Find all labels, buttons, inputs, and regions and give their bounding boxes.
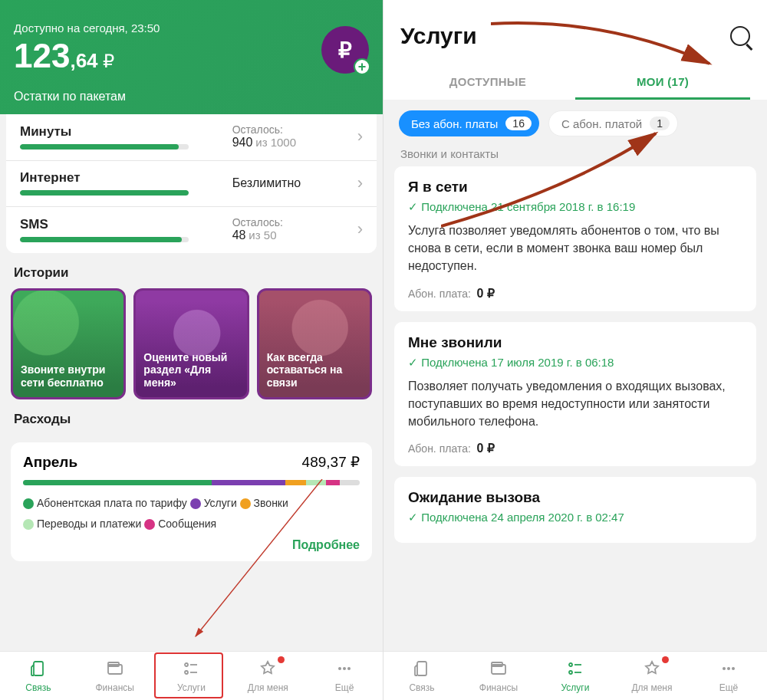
services-screen: Услуги ДОСТУПНЫЕ МОИ (17) Без абон. плат… [384, 0, 767, 700]
nav-label: Ещё [335, 682, 354, 693]
service-desc: Услуга позволяет уведомлять абонентов о … [408, 222, 742, 275]
expense-more-link[interactable]: Подробнее [23, 538, 360, 552]
svg-point-18 [723, 667, 726, 670]
expense-total: 489,37 ₽ [302, 453, 360, 471]
sim-icon [29, 659, 48, 680]
nav-label: Связь [409, 682, 434, 693]
story-card[interactable]: Звоните внутри сети бесплатно [11, 288, 126, 399]
nav-star[interactable]: Для меня [229, 652, 306, 700]
services-header: Услуги ДОСТУПНЫЕ МОИ (17) [384, 0, 767, 100]
nav-label: Услуги [561, 682, 590, 693]
service-desc: Позволяет получать уведомления о входящи… [408, 377, 742, 431]
service-name: Ожидание вызова [408, 489, 742, 506]
chip-badge: 16 [505, 117, 532, 130]
star-icon [643, 659, 661, 680]
sim-icon [413, 659, 431, 680]
package-row[interactable]: SMS Осталось:48 из 50 › [6, 206, 377, 253]
service-card[interactable]: Я в сети Подключена 21 сентября 2018 г. … [394, 166, 756, 311]
expense-month: Апрель [23, 454, 77, 471]
available-label: Доступно на сегодня, 23:50 [14, 21, 369, 35]
chip-badge: 1 [650, 117, 670, 130]
legend-label: Звонки [254, 497, 288, 509]
search-icon[interactable] [730, 26, 750, 46]
nav-sim[interactable]: Связь [384, 652, 460, 700]
chip-label: Без абон. платы [411, 117, 498, 130]
legend-label: Услуги [204, 497, 237, 509]
nav-star[interactable]: Для меня [614, 652, 690, 700]
svg-point-3 [185, 663, 188, 666]
svg-point-9 [347, 667, 351, 670]
service-fee: Абон. плата: 0 ₽ [408, 286, 742, 301]
package-row[interactable]: Интернет Безлимитно › [6, 160, 377, 206]
package-value: Осталось:48 из 50 [232, 216, 351, 242]
package-bar [20, 237, 189, 242]
more-icon [335, 659, 354, 680]
legend-label: Абонентская плата по тарифу [37, 497, 187, 509]
balance-header: Доступно на сегодня, 23:50 123 ,64 ₽ ₽ +… [0, 0, 383, 114]
nav-more[interactable]: Ещё [306, 652, 383, 700]
service-card[interactable]: Мне звонили Подключена 17 июля 2019 г. в… [394, 322, 756, 467]
service-status: Подключена 17 июля 2019 г. в 06:18 [408, 356, 742, 370]
service-name: Я в сети [408, 179, 742, 196]
package-name: Минуты [20, 124, 232, 140]
services-list: Я в сети Подключена 21 сентября 2018 г. … [384, 166, 767, 543]
tab-available[interactable]: ДОСТУПНЫЕ [400, 66, 575, 100]
svg-point-16 [569, 671, 572, 674]
story-card[interactable]: Оцените новый раздел «Для меня» [133, 288, 249, 399]
tab-mine[interactable]: МОИ (17) [575, 66, 750, 100]
home-screen: Доступно на сегодня, 23:50 123 ,64 ₽ ₽ +… [0, 0, 384, 700]
package-value: Осталось:940 из 1000 [232, 123, 351, 150]
balance-currency: ₽ [103, 52, 114, 71]
nav-services[interactable]: Услуги [153, 652, 230, 700]
package-name: SMS [20, 217, 232, 232]
services-icon [182, 659, 200, 680]
legend-label: Сообщения [158, 518, 216, 530]
group-title: Звонки и контакты [384, 147, 767, 166]
story-card[interactable]: Как всегда оставаться на связи [257, 288, 372, 399]
filter-chip[interactable]: Без абон. платы16 [399, 110, 539, 136]
balance-frac: ,64 [70, 51, 97, 71]
packages-list: Минуты Осталось:940 из 1000 ›Интернет Бе… [6, 114, 377, 253]
svg-rect-0 [34, 662, 43, 675]
page-title: Услуги [400, 23, 477, 49]
nav-label: Для меня [248, 682, 288, 693]
stories-row[interactable]: Звоните внутри сети бесплатноОцените нов… [0, 288, 383, 399]
nav-label: Ещё [719, 682, 739, 693]
filter-chip[interactable]: С абон. платой1 [548, 110, 678, 136]
package-name: Интернет [20, 170, 232, 186]
nav-more[interactable]: Ещё [690, 652, 767, 700]
nav-label: Финансы [96, 682, 134, 693]
svg-point-7 [338, 667, 341, 670]
wallet-icon [489, 659, 508, 680]
wallet-icon [106, 659, 124, 680]
service-card[interactable]: Ожидание вызова Подключена 24 апреля 202… [394, 477, 756, 543]
chevron-right-icon: › [351, 173, 363, 193]
service-status: Подключена 24 апреля 2020 г. в 02:47 [408, 511, 742, 524]
nav-sim[interactable]: Связь [0, 652, 77, 700]
chevron-right-icon: › [351, 219, 363, 239]
tabs-row: ДОСТУПНЫЕ МОИ (17) [400, 66, 750, 100]
svg-point-14 [569, 663, 572, 666]
nav-services[interactable]: Услуги [537, 652, 614, 700]
services-icon [566, 659, 584, 680]
nav-wallet[interactable]: Финансы [77, 652, 153, 700]
filter-chips: Без абон. платы16С абон. платой1 [384, 100, 767, 147]
stories-title: Истории [0, 253, 383, 288]
star-icon [258, 659, 277, 680]
packages-title: Остатки по пакетам [14, 90, 369, 104]
nav-label: Финансы [479, 682, 518, 693]
topup-button[interactable]: ₽ + [321, 26, 369, 74]
nav-wallet[interactable]: Финансы [460, 652, 537, 700]
package-row[interactable]: Минуты Осталось:940 из 1000 › [6, 114, 377, 160]
svg-point-8 [343, 667, 346, 670]
balance-amount[interactable]: 123 ,64 ₽ [14, 39, 369, 73]
notification-dot [662, 656, 669, 663]
expenses-title: Расходы [0, 399, 383, 435]
service-name: Мне звонили [408, 334, 742, 351]
chip-label: С абон. платой [561, 117, 642, 130]
svg-rect-11 [417, 662, 426, 675]
expense-card[interactable]: Апрель 489,37 ₽ Абонентская плата по тар… [11, 442, 372, 561]
svg-point-5 [185, 671, 188, 674]
service-fee: Абон. плата: 0 ₽ [408, 441, 742, 455]
package-value: Безлимитно [232, 176, 351, 190]
